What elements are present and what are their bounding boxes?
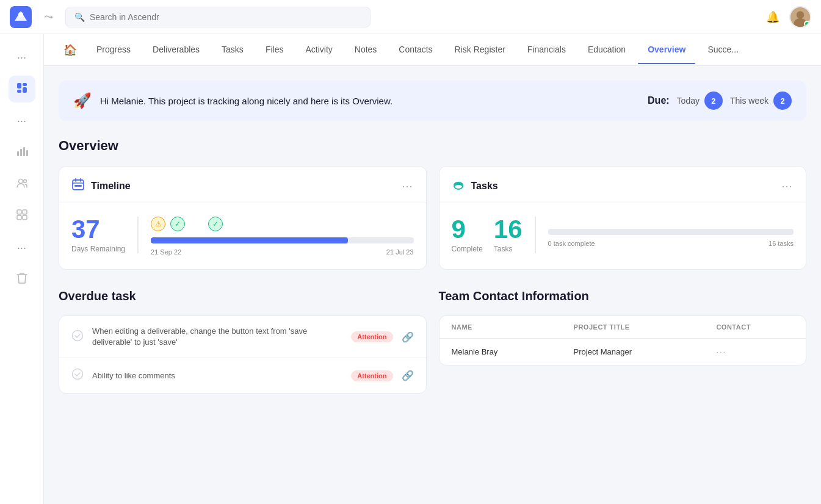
svg-point-14 [23,179,26,182]
online-status-dot [804,21,810,27]
overdue-link-icon-2[interactable]: 🔗 [402,370,414,381]
sidebar-item-trash[interactable] [9,266,35,293]
sidebar-item-contacts[interactable] [9,171,35,198]
col-project-title: PROJECT TITLE [562,316,704,339]
team-table: NAME PROJECT TITLE CONTACT Melanie Bray … [439,316,806,365]
complete-number: 9 [452,217,483,242]
topbar: ⤳ 🔍 🔔 [0,0,821,34]
tab-overview[interactable]: Overview [638,36,695,64]
timeline-menu-button[interactable]: ⋯ [402,179,414,193]
overdue-card: When editing a deliverable, change the b… [59,315,427,394]
tab-tasks[interactable]: Tasks [212,36,253,64]
overdue-check-icon-2[interactable] [71,368,84,383]
team-title: Team Contact Information [439,289,807,303]
analytics-icon [16,145,28,160]
sidebar-item-more-mid[interactable]: ··· [9,107,35,134]
svg-rect-9 [17,151,19,156]
timeline-card: Timeline ⋯ 37 Days Remaining ⚠ ✓ [59,166,427,270]
attention-badge-2: Attention [351,370,392,381]
tasks-total-label: 16 tasks [769,240,794,247]
tasks-numbers: 9 Complete 16 Tasks [452,217,536,253]
svg-rect-18 [23,215,27,220]
overdue-item-text-2: Ability to like comments [92,370,342,381]
complete-label: Complete [452,245,483,253]
tab-success[interactable]: Succe... [698,36,748,64]
search-bar[interactable]: 🔍 [65,7,371,27]
warning-milestone-icon: ⚠ [151,217,165,231]
svg-rect-16 [23,210,27,214]
timeline-end-date: 21 Jul 23 [386,248,414,256]
today-label: Today [677,96,700,106]
sidebar-item-board[interactable] [9,76,35,103]
search-input[interactable] [90,12,361,22]
tab-education[interactable]: Education [578,36,635,64]
redirect-icon[interactable]: ⤳ [39,8,58,26]
notification-bell-icon[interactable]: 🔔 [766,10,779,24]
timeline-start-date: 21 Sep 22 [151,248,181,256]
team-member-title: Project Manager [562,339,704,365]
page-content: 🚀 Hi Melanie. This project is tracking a… [44,66,821,408]
contacts-icon [16,177,28,192]
due-today: Today 2 [677,92,723,110]
timeline-title-row: Timeline [71,178,131,194]
tab-risk-register[interactable]: Risk Register [445,36,515,64]
tab-files[interactable]: Files [256,36,294,64]
tab-deliverables[interactable]: Deliverables [143,36,209,64]
days-remaining-label: Days Remaining [71,245,125,253]
tab-activity[interactable]: Activity [295,36,342,64]
table-row: Melanie Bray Project Manager ··· [439,339,806,365]
col-name: NAME [439,316,562,339]
tasks-bar-labels: 0 task complete 16 tasks [548,240,794,247]
col-contact: CONTACT [704,316,806,339]
overdue-check-icon[interactable] [71,329,84,345]
tasks-number: 16 [494,217,523,242]
list-item: When editing a deliverable, change the b… [59,316,426,358]
overdue-section: Overdue task When editing a deliverable,… [59,289,427,394]
overdue-link-icon[interactable]: 🔗 [402,331,414,343]
svg-rect-15 [17,210,21,214]
overdue-item-text: When editing a deliverable, change the b… [92,326,342,348]
avatar[interactable] [789,6,811,28]
svg-point-23 [73,369,83,380]
check2-milestone-icon: ✓ [208,217,223,231]
total-tasks-group: 16 Tasks [494,217,523,253]
tasks-complete-label: 0 task complete [548,240,595,247]
timeline-icon [71,178,85,194]
search-icon: 🔍 [74,12,85,22]
team-member-contact[interactable]: ··· [704,339,806,365]
tasks-bar-wrap: 0 task complete 16 tasks [548,217,794,247]
tab-home[interactable]: 🏠 [56,35,84,65]
tasks-card-body: 9 Complete 16 Tasks [439,203,806,267]
svg-rect-12 [26,150,28,156]
svg-rect-6 [23,83,27,86]
tasks-card-header: Tasks ⋯ [439,167,806,203]
cards-row: Timeline ⋯ 37 Days Remaining ⚠ ✓ [59,166,806,270]
timeline-dates: 21 Sep 22 21 Jul 23 [151,248,413,256]
tab-contacts[interactable]: Contacts [389,36,442,64]
sidebar-item-analytics[interactable] [9,139,35,166]
overview-title: Overview [59,138,806,154]
tasks-stats: 9 Complete 16 Tasks [452,217,794,253]
dots-icon: ··· [17,115,26,128]
svg-point-3 [797,11,804,18]
team-section: Team Contact Information NAME PROJECT TI… [439,289,807,394]
app-logo[interactable] [10,6,32,28]
contact-more-icon[interactable]: ··· [716,347,726,356]
tab-financials[interactable]: Financials [518,36,576,64]
tab-progress[interactable]: Progress [87,36,140,64]
timeline-card-body: 37 Days Remaining ⚠ ✓ ✓ [59,203,426,269]
timeline-progress-bar [151,237,413,243]
timeline-stats: 37 Days Remaining ⚠ ✓ ✓ [71,217,414,256]
banner-right: Due: Today 2 This week 2 [648,92,792,110]
sidebar-item-more-bot[interactable]: ··· [9,234,35,261]
svg-rect-8 [17,90,21,93]
project-banner: 🚀 Hi Melanie. This project is tracking a… [59,81,806,121]
days-remaining-number: 37 [71,217,125,242]
team-member-name: Melanie Bray [439,339,562,365]
timeline-chart: ⚠ ✓ ✓ 21 Sep 22 21 Jul 23 [151,217,413,256]
sidebar-item-more-top[interactable]: ··· [9,44,35,71]
tab-notes[interactable]: Notes [345,36,387,64]
sidebar-item-grid[interactable] [9,203,35,229]
tasks-menu-button[interactable]: ⋯ [781,179,794,193]
timeline-days: 37 Days Remaining [71,217,139,253]
